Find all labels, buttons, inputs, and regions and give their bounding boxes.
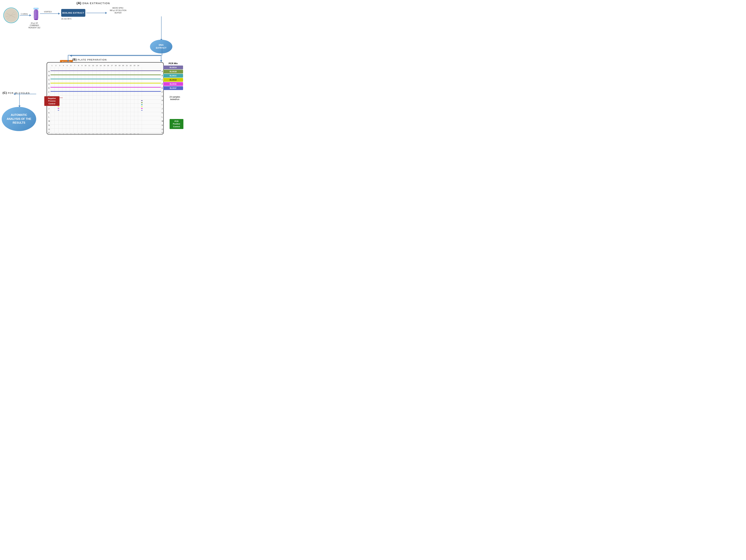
svg-text:12: 12 xyxy=(92,133,94,135)
section-a-title: (A) DNA EXTRACTION xyxy=(77,1,110,5)
svg-rect-146 xyxy=(58,110,59,111)
svg-text:12: 12 xyxy=(92,65,94,66)
svg-rect-147 xyxy=(141,100,143,101)
label-vortex: VORTEX xyxy=(44,11,52,13)
svg-text:3: 3 xyxy=(59,65,60,66)
pcr-mix-bl001b: BL001B xyxy=(163,70,183,74)
svg-text:14: 14 xyxy=(100,133,102,135)
svg-text:1: 1 xyxy=(52,65,52,66)
svg-text:J: J xyxy=(49,108,49,110)
arrow-boiling-to-spin xyxy=(86,13,107,13)
plate-grid-svg: A B C D E F G H I J K L M N O P A B C D … xyxy=(47,63,164,135)
label-micro-spin: MICRO SPIN+980 µL OF DILUTIONBUFFER xyxy=(107,7,129,14)
svg-text:L: L xyxy=(162,116,163,118)
svg-rect-152 xyxy=(141,110,143,111)
pcr-mix-bl001d: BL001D xyxy=(163,78,183,82)
svg-text:O: O xyxy=(162,129,163,130)
svg-text:O: O xyxy=(49,129,50,130)
svg-text:A: A xyxy=(49,71,50,73)
svg-text:E: E xyxy=(162,87,163,89)
svg-text:9: 9 xyxy=(82,133,82,135)
samples-per-run: 24 samplestested/run xyxy=(166,96,183,101)
svg-text:8: 8 xyxy=(78,133,79,135)
pcr-mix-bl001a: BL001A xyxy=(163,65,183,69)
svg-text:B: B xyxy=(49,75,50,77)
svg-text:3: 3 xyxy=(59,133,60,135)
svg-text:18: 18 xyxy=(115,65,116,66)
arrow-spin-down xyxy=(161,17,162,40)
svg-text:K: K xyxy=(162,112,163,114)
auto-analysis-oval: AUTOMATICANALYSIS OF THERESULTS xyxy=(2,107,36,131)
pcr-mix-title: PCR Mix xyxy=(163,62,183,65)
arrow-pcr-left xyxy=(14,94,36,94)
svg-text:1: 1 xyxy=(52,133,52,135)
tube-icon xyxy=(33,8,39,22)
svg-marker-154 xyxy=(67,60,69,62)
svg-text:A: A xyxy=(162,71,163,73)
svg-text:23: 23 xyxy=(134,65,135,66)
dna-to-plate-connector xyxy=(67,47,162,64)
svg-text:11: 11 xyxy=(88,65,90,66)
svg-text:F: F xyxy=(162,91,163,93)
svg-text:15: 15 xyxy=(104,133,105,135)
svg-rect-7 xyxy=(34,9,36,20)
svg-text:17: 17 xyxy=(111,133,113,135)
svg-text:K: K xyxy=(49,112,50,114)
svg-text:2: 2 xyxy=(56,65,56,66)
svg-text:21: 21 xyxy=(126,65,128,66)
svg-text:6: 6 xyxy=(70,133,71,135)
svg-text:P: P xyxy=(49,132,50,134)
svg-text:F: F xyxy=(49,91,50,93)
svg-text:22: 22 xyxy=(130,65,132,66)
svg-text:20: 20 xyxy=(122,133,124,135)
svg-text:24: 24 xyxy=(137,65,139,66)
svg-text:13: 13 xyxy=(96,133,98,135)
svg-text:19: 19 xyxy=(119,65,120,66)
svg-text:9: 9 xyxy=(82,65,82,66)
svg-text:5: 5 xyxy=(67,65,67,66)
pcr-mix-container: PCR Mix BL001A BL001B BL001C BL001D BL00… xyxy=(163,62,183,90)
svg-text:G: G xyxy=(162,95,163,97)
svg-text:5: 5 xyxy=(67,133,67,135)
svg-text:13: 13 xyxy=(96,65,98,66)
svg-text:22: 22 xyxy=(130,133,132,135)
negative-process-control-box: NegativeProcessControl xyxy=(44,96,59,106)
arrow-tube-to-boiling xyxy=(40,13,60,14)
svg-text:10: 10 xyxy=(85,133,86,135)
label-reagent: 20 µL OFCOMBINEDREAGENT 1&2 xyxy=(28,22,40,29)
svg-text:D: D xyxy=(162,83,163,85)
svg-text:7: 7 xyxy=(74,65,75,66)
pcr-mix-bl001f: BL001F xyxy=(163,86,183,90)
svg-text:M: M xyxy=(162,120,163,122)
svg-text:19: 19 xyxy=(119,133,120,135)
svg-text:18: 18 xyxy=(115,133,116,135)
svg-text:11: 11 xyxy=(88,133,90,135)
svg-text:16: 16 xyxy=(107,65,109,66)
svg-text:2: 2 xyxy=(56,133,56,135)
svg-text:J: J xyxy=(162,108,163,110)
arrow-petri-to-tube xyxy=(20,15,31,16)
svg-text:4: 4 xyxy=(63,133,64,135)
main-container: (A) DNA EXTRACTION 1 colony 20 µL OFCOMB… xyxy=(0,0,186,140)
svg-text:L: L xyxy=(49,116,50,118)
plate-container: A B C D E F G H I J K L M N O P A B C D … xyxy=(47,62,164,135)
svg-rect-151 xyxy=(141,108,143,109)
svg-text:10: 10 xyxy=(85,65,86,66)
svg-text:4: 4 xyxy=(63,65,64,66)
svg-rect-145 xyxy=(58,108,59,109)
svg-text:7: 7 xyxy=(74,133,75,135)
label-boiling-sub: 15 min 95°C xyxy=(61,18,72,20)
svg-text:C: C xyxy=(49,79,50,81)
svg-text:14: 14 xyxy=(100,65,102,66)
svg-text:D: D xyxy=(49,83,50,85)
svg-text:17: 17 xyxy=(111,65,113,66)
svg-text:16: 16 xyxy=(107,133,109,135)
svg-point-8 xyxy=(34,19,38,20)
svg-text:23: 23 xyxy=(134,133,135,135)
pcr-positive-control-box: PCRPositiveControl xyxy=(170,119,183,129)
svg-rect-148 xyxy=(141,102,143,103)
svg-text:N: N xyxy=(162,124,163,126)
svg-text:P: P xyxy=(162,132,163,134)
petri-dish xyxy=(3,7,20,24)
svg-rect-5 xyxy=(34,8,38,9)
